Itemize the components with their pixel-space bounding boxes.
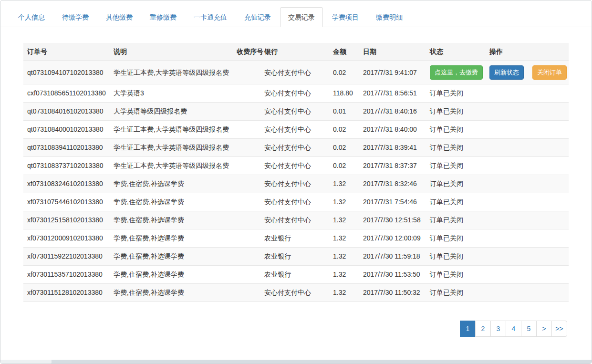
- page-button[interactable]: 4: [506, 321, 521, 337]
- tab-label[interactable]: 一卡通充值: [186, 7, 235, 27]
- table-header-row: 订单号 说明 收费序号 银行 金额 日期 状态 操作: [23, 43, 569, 61]
- page-button[interactable]: 3: [490, 321, 506, 337]
- column-header-description: 说明: [110, 43, 233, 61]
- tab-label[interactable]: 其他缴费: [98, 7, 141, 27]
- status-text: 订单已关闭: [430, 144, 463, 151]
- column-header-order-no: 订单号: [23, 43, 110, 61]
- cell-action: [486, 103, 569, 121]
- cell-charge-no: [233, 229, 260, 248]
- cell-date: 2017/7/31 8:39:41: [359, 139, 426, 157]
- table-row: xf0731083246102013380 学费,住宿费,补选课学费 安心付支付…: [23, 175, 569, 193]
- table-row: qt0731094107102013380 学生证工本费,大学英语等级四级报名费…: [23, 61, 569, 84]
- tab: 交易记录: [280, 7, 323, 27]
- table-row: qt0731084000102013380 学生证工本费,大学英语等级四级报名费…: [23, 121, 569, 139]
- tab-label[interactable]: 重修缴费: [142, 7, 185, 27]
- horizontal-scrollbar[interactable]: [0, 360, 592, 364]
- tab: 重修缴费: [142, 7, 185, 27]
- cell-status: 订单已关闭: [426, 121, 486, 139]
- cell-date: 2017/7/31 8:37:37: [359, 157, 426, 175]
- cell-bank: 农业银行: [260, 266, 329, 284]
- page-item: >: [537, 321, 552, 337]
- cell-description: 学生证工本费,大学英语等级四级报名费: [110, 61, 233, 84]
- status-text: 订单已关闭: [430, 89, 463, 97]
- cell-description: 学生证工本费,大学英语等级四级报名费: [110, 121, 233, 139]
- table-row: xf0730115357102013380 学费,住宿费,补选课学费 农业银行 …: [23, 266, 569, 284]
- tab-label[interactable]: 学费项目: [324, 7, 367, 27]
- status-text: 订单已关闭: [430, 162, 463, 169]
- cell-bank: 农业银行: [260, 229, 329, 248]
- tab: 其他缴费: [98, 7, 141, 27]
- cell-date: 2017/7/31 7:54:46: [359, 193, 426, 211]
- table-row: xf0730120009102013380 学费,住宿费,补选课学费 农业银行 …: [23, 229, 569, 248]
- cell-charge-no: [233, 157, 260, 175]
- cell-date: 2017/7/31 8:32:46: [359, 175, 426, 193]
- cell-charge-no: [233, 266, 260, 284]
- cell-amount: 1.32: [329, 175, 359, 193]
- cell-bank: 安心付支付中心: [260, 175, 329, 193]
- cell-date: 2017/7/30 11:53:50: [359, 266, 426, 284]
- close-order-button[interactable]: 关闭订单: [532, 65, 567, 80]
- page-button[interactable]: >: [536, 321, 552, 337]
- page-button[interactable]: 5: [521, 321, 537, 337]
- cell-order-no: qt0731094107102013380: [23, 61, 110, 84]
- cell-description: 学费,住宿费,补选课学费: [110, 193, 233, 211]
- cell-amount: 118.80: [329, 84, 359, 103]
- cell-order-no: xf0730125158102013380: [23, 211, 110, 229]
- horizontal-scrollbar-thumb[interactable]: [0, 360, 52, 364]
- tab-label[interactable]: 待缴学费: [54, 7, 97, 27]
- cell-action: 刷新状态 关闭订单: [486, 61, 569, 84]
- cell-action: [486, 248, 569, 266]
- cell-amount: 0.02: [329, 157, 359, 175]
- status-text: 订单已关闭: [430, 107, 463, 115]
- cell-order-no: xf0730115128102013380: [23, 284, 110, 302]
- table-row: xf0730115922102013380 学费,住宿费,补选课学费 农业银行 …: [23, 248, 569, 266]
- cell-amount: 0.02: [329, 61, 359, 84]
- column-header-date: 日期: [359, 43, 426, 61]
- refresh-status-button[interactable]: 刷新状态: [489, 65, 524, 80]
- cell-date: 2017/7/31 9:41:07: [359, 61, 426, 84]
- table-row: qt0731083941102013380 学生证工本费,大学英语等级四级报名费…: [23, 139, 569, 157]
- cell-bank: 安心付支付中心: [260, 193, 329, 211]
- status-text: 订单已关闭: [430, 180, 463, 187]
- table-row: qt0731084016102013380 大学英语等级四级报名费 安心付支付中…: [23, 103, 569, 121]
- cell-amount: 1.32: [329, 266, 359, 284]
- table-row: xf0731075446102013380 学费,住宿费,补选课学费 安心付支付…: [23, 193, 569, 211]
- table-row: xf0730115128102013380 学费,住宿费,补选课学费 安心付支付…: [23, 284, 569, 302]
- page-button[interactable]: >>: [551, 321, 567, 337]
- cell-description: 学费,住宿费,补选课学费: [110, 266, 233, 284]
- cell-status: 订单已关闭: [426, 103, 486, 121]
- page-item: >>: [552, 321, 567, 337]
- tab-label[interactable]: 个人信息: [10, 7, 53, 27]
- go-pay-button[interactable]: 点这里，去缴费: [430, 65, 483, 80]
- cell-amount: 1.32: [329, 284, 359, 302]
- status-text: 订单已关闭: [430, 289, 463, 296]
- cell-action: [486, 284, 569, 302]
- cell-order-no: qt0731083737102013380: [23, 157, 110, 175]
- cell-date: 2017/7/31 8:40:16: [359, 103, 426, 121]
- cell-amount: 1.32: [329, 248, 359, 266]
- cell-description: 学生证工本费,大学英语等级四级报名费: [110, 139, 233, 157]
- cell-status: 订单已关闭: [426, 284, 486, 302]
- cell-description: 学费,住宿费,补选课学费: [110, 229, 233, 248]
- status-text: 订单已关闭: [430, 198, 463, 206]
- tab: 充值记录: [236, 7, 279, 27]
- page-button[interactable]: 1: [460, 321, 476, 337]
- cell-status: 订单已关闭: [426, 229, 486, 248]
- cell-bank: 安心付支付中心: [260, 103, 329, 121]
- page-button[interactable]: 2: [475, 321, 491, 337]
- cell-order-no: xf0731075446102013380: [23, 193, 110, 211]
- page-item: 5: [521, 321, 537, 337]
- cell-charge-no: [233, 193, 260, 211]
- column-header-status: 状态: [426, 43, 486, 61]
- cell-date: 2017/7/30 12:00:09: [359, 229, 426, 248]
- cell-action: [486, 175, 569, 193]
- cell-status: 订单已关闭: [426, 139, 486, 157]
- cell-action: [486, 266, 569, 284]
- cell-bank: 农业银行: [260, 248, 329, 266]
- tab-label[interactable]: 缴费明细: [368, 7, 411, 27]
- tab-label[interactable]: 充值记录: [236, 7, 279, 27]
- tab-label[interactable]: 交易记录: [280, 7, 323, 27]
- cell-amount: 1.32: [329, 211, 359, 229]
- cell-action: [486, 139, 569, 157]
- status-text: 订单已关闭: [430, 216, 463, 224]
